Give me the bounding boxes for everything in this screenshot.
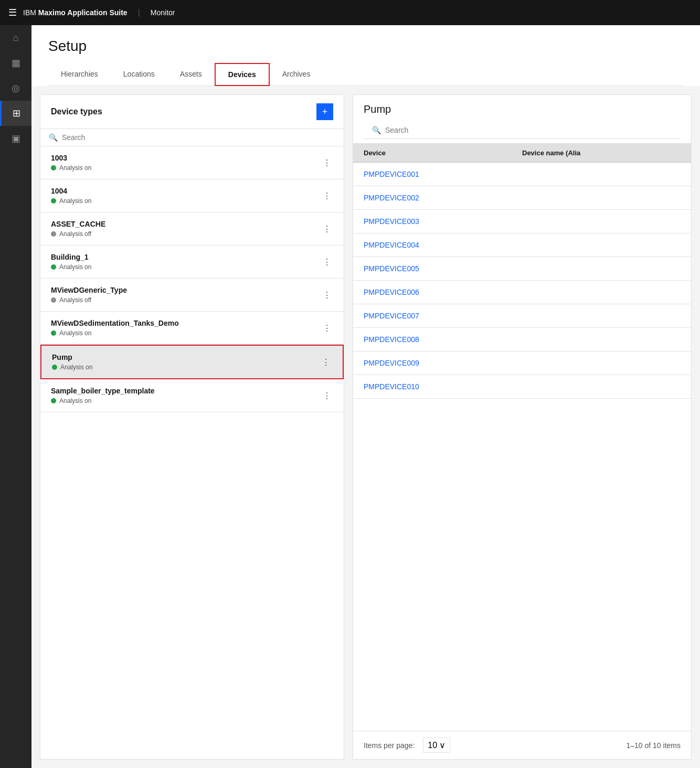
- table-footer: Items per page: 10 ∨ 1–10 of 10 items: [353, 731, 691, 759]
- device-type-list: 1003 Analysis on ⋮ 1004: [40, 146, 344, 759]
- circle-icon: ◎: [12, 82, 20, 94]
- overflow-menu-icon[interactable]: ⋮: [321, 288, 333, 302]
- column-header-devicename: Device name (Alia: [522, 149, 681, 157]
- setup-icon: ⊞: [13, 108, 20, 119]
- device-type-status: Analysis on: [51, 329, 179, 337]
- hamburger-menu[interactable]: ☰: [8, 7, 17, 18]
- table-row[interactable]: PMPDEVICE001: [353, 163, 691, 186]
- device-id: PMPDEVICE009: [364, 359, 522, 367]
- device-type-name: MViewDSedimentation_Tanks_Demo: [51, 319, 179, 327]
- main-layout: ⌂ ▦ ◎ ⊞ ▣ Setup Hierarchies Locations As…: [0, 25, 700, 768]
- list-item[interactable]: MViewDGeneric_Type Analysis off ⋮: [40, 279, 344, 312]
- items-per-page-value: 10: [428, 741, 437, 750]
- add-device-type-button[interactable]: +: [316, 103, 333, 120]
- status-indicator: [51, 165, 56, 170]
- device-type-status: Analysis off: [51, 296, 127, 304]
- page-header: Setup Hierarchies Locations Assets Devic…: [31, 25, 700, 86]
- status-indicator: [51, 231, 56, 237]
- device-id: PMPDEVICE003: [364, 217, 522, 226]
- device-name: [522, 264, 681, 273]
- status-indicator: [51, 297, 56, 303]
- grid-icon: ▦: [12, 57, 20, 69]
- items-per-page-label: Items per page:: [364, 741, 415, 750]
- content-area: Setup Hierarchies Locations Assets Devic…: [31, 25, 700, 768]
- panel-header: Device types +: [40, 95, 344, 129]
- sidebar-item-dashboard[interactable]: ▦: [0, 50, 31, 76]
- overflow-menu-icon[interactable]: ⋮: [321, 389, 333, 403]
- tab-devices[interactable]: Devices: [215, 63, 270, 86]
- device-name: [522, 312, 681, 320]
- right-panel-header: Pump 🔍: [353, 95, 691, 144]
- device-type-status: Analysis off: [51, 230, 105, 238]
- device-name: [522, 241, 681, 249]
- device-search-bar: 🔍: [364, 122, 681, 139]
- overflow-menu-icon[interactable]: ⋮: [320, 355, 332, 369]
- tab-locations[interactable]: Locations: [111, 63, 167, 86]
- device-type-name: ASSET_CACHE: [51, 220, 105, 228]
- list-item[interactable]: 1004 Analysis on ⋮: [40, 179, 344, 212]
- device-id: PMPDEVICE005: [364, 264, 522, 273]
- devices-icon: ▣: [12, 133, 20, 144]
- page-title: Setup: [48, 38, 683, 55]
- status-indicator: [51, 264, 56, 270]
- right-panel-title: Pump: [364, 103, 681, 115]
- device-id: PMPDEVICE008: [364, 335, 522, 344]
- list-item[interactable]: Building_1 Analysis on ⋮: [40, 246, 344, 279]
- column-header-device: Device: [364, 149, 522, 157]
- product-name: Monitor: [151, 8, 175, 17]
- overflow-menu-icon[interactable]: ⋮: [321, 222, 333, 236]
- sidebar-item-home[interactable]: ⌂: [0, 25, 31, 50]
- overflow-menu-icon[interactable]: ⋮: [321, 156, 333, 170]
- status-indicator: [51, 398, 56, 403]
- sidebar-item-setup[interactable]: ⊞: [0, 101, 31, 126]
- table-row[interactable]: PMPDEVICE003: [353, 210, 691, 233]
- sidebar-item-monitor[interactable]: ◎: [0, 76, 31, 101]
- device-search-input[interactable]: [385, 126, 672, 134]
- device-name: [522, 382, 681, 391]
- tab-hierarchies[interactable]: Hierarchies: [48, 63, 111, 86]
- device-type-search-bar: 🔍: [40, 129, 344, 146]
- device-name: [522, 217, 681, 226]
- sidebar-item-devices[interactable]: ▣: [0, 126, 31, 151]
- tab-archives[interactable]: Archives: [270, 63, 323, 86]
- table-row[interactable]: PMPDEVICE005: [353, 257, 691, 281]
- list-item[interactable]: ASSET_CACHE Analysis off ⋮: [40, 212, 344, 246]
- tab-assets[interactable]: Assets: [167, 63, 215, 86]
- pagination-range: 1–10 of 10 items: [626, 741, 681, 750]
- device-type-status: Analysis on: [51, 397, 155, 404]
- device-type-status: Analysis on: [52, 364, 92, 371]
- table-row[interactable]: PMPDEVICE009: [353, 351, 691, 375]
- device-type-name: MViewDGeneric_Type: [51, 286, 127, 294]
- device-table: PMPDEVICE001 PMPDEVICE002 PMPDEVICE003 P…: [353, 163, 691, 731]
- list-item[interactable]: 1003 Analysis on ⋮: [40, 146, 344, 179]
- app-brand: IBM Maximo Application Suite: [23, 8, 128, 17]
- overflow-menu-icon[interactable]: ⋮: [321, 255, 333, 269]
- device-name: [522, 170, 681, 178]
- table-row[interactable]: PMPDEVICE004: [353, 233, 691, 257]
- table-row[interactable]: PMPDEVICE002: [353, 186, 691, 210]
- nav-divider: |: [138, 8, 140, 17]
- list-item[interactable]: MViewDSedimentation_Tanks_Demo Analysis …: [40, 312, 344, 345]
- table-row[interactable]: PMPDEVICE007: [353, 304, 691, 328]
- device-name: [522, 359, 681, 367]
- device-types-panel: Device types + 🔍 1003 Analysis on: [40, 94, 344, 760]
- device-id: PMPDEVICE006: [364, 288, 522, 296]
- device-id: PMPDEVICE010: [364, 382, 522, 391]
- device-type-name: 1004: [51, 187, 91, 195]
- items-per-page-selector[interactable]: 10 ∨: [423, 738, 450, 753]
- list-item[interactable]: Pump Analysis on ⋮: [40, 345, 344, 379]
- overflow-menu-icon[interactable]: ⋮: [321, 189, 333, 203]
- device-id: PMPDEVICE004: [364, 241, 522, 249]
- device-type-search-input[interactable]: [62, 133, 335, 142]
- list-item[interactable]: Sample_boiler_type_template Analysis on …: [40, 379, 344, 412]
- overflow-menu-icon[interactable]: ⋮: [321, 321, 333, 335]
- device-id: PMPDEVICE007: [364, 312, 522, 320]
- table-row[interactable]: PMPDEVICE006: [353, 281, 691, 304]
- device-detail-panel: Pump 🔍 Device Device name (Alia PMPDEVIC…: [353, 94, 692, 760]
- search-icon: 🔍: [372, 126, 381, 134]
- sidebar: ⌂ ▦ ◎ ⊞ ▣: [0, 25, 31, 768]
- table-row[interactable]: PMPDEVICE008: [353, 328, 691, 351]
- panel-title: Device types: [51, 107, 102, 116]
- table-row[interactable]: PMPDEVICE010: [353, 375, 691, 399]
- search-icon: 🔍: [49, 133, 58, 142]
